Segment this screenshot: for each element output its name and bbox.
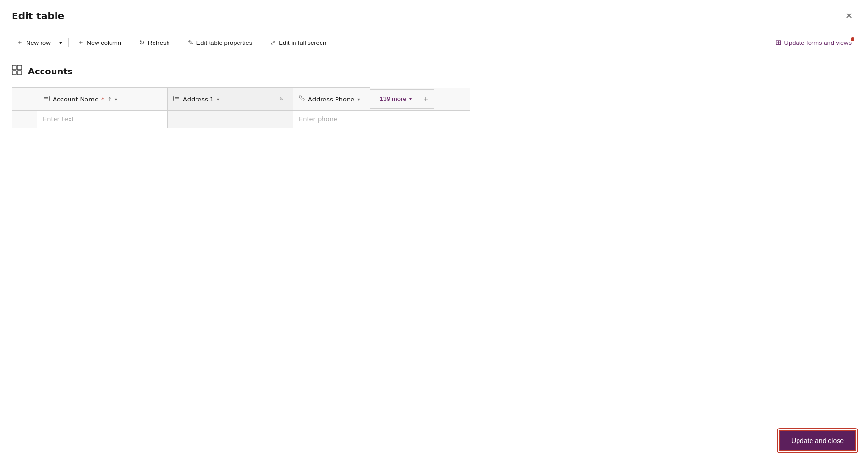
address1-col-icon	[173, 96, 180, 103]
edit-full-screen-label: Edit in full screen	[279, 39, 326, 46]
more-columns-header: +139 more ▾ +	[370, 88, 470, 111]
phone-col-icon	[299, 95, 305, 103]
account-name-col-icon	[43, 96, 50, 103]
more-cols-cell	[370, 111, 470, 128]
new-row-button[interactable]: ＋ New row	[12, 34, 56, 51]
pencil-icon: ✎	[188, 39, 194, 46]
update-forms-label: Update forms and views	[784, 39, 852, 46]
row-number-cell	[12, 111, 37, 128]
address1-cell[interactable]	[168, 111, 293, 128]
table-title: Accounts	[28, 66, 73, 76]
add-column-button[interactable]: +	[418, 89, 434, 109]
new-column-label: New column	[87, 39, 122, 46]
account-name-col-label: Account Name	[53, 96, 98, 103]
more-columns-chevron-icon: ▾	[409, 96, 412, 101]
new-row-label: New row	[26, 39, 51, 46]
modal-header: Edit table ✕	[0, 0, 868, 30]
footer: Update and close	[0, 423, 868, 458]
svg-rect-0	[12, 65, 16, 70]
edit-table-properties-button[interactable]: ✎ Edit table properties	[183, 35, 257, 50]
row-number-header	[12, 88, 37, 111]
new-column-button[interactable]: ＋ New column	[72, 34, 126, 51]
edit-table-properties-label: Edit table properties	[196, 39, 252, 46]
plus-icon-2: ＋	[77, 38, 84, 47]
table-row: Enter text Enter phone	[12, 111, 470, 128]
close-button[interactable]: ✕	[841, 9, 856, 23]
more-columns-button[interactable]: +139 more ▾	[370, 89, 418, 109]
toolbar-right: ⊞ Update forms and views	[770, 34, 856, 51]
refresh-icon: ↻	[139, 39, 145, 46]
table-grid-icon	[12, 65, 22, 78]
toolbar-divider-1	[68, 38, 69, 47]
fullscreen-icon: ⤢	[270, 39, 276, 46]
toolbar-divider-3	[179, 38, 179, 47]
address1-edit-icon[interactable]: ✎	[276, 93, 287, 105]
account-name-placeholder: Enter text	[43, 115, 74, 123]
address1-col-label: Address 1	[183, 96, 214, 103]
modal-title: Edit table	[12, 10, 64, 22]
update-and-close-button[interactable]: Update and close	[779, 430, 856, 451]
more-columns-label: +139 more	[376, 95, 406, 102]
table-forms-icon: ⊞	[775, 38, 782, 47]
svg-rect-3	[17, 71, 22, 75]
toolbar-divider-2	[130, 38, 130, 47]
address-phone-chevron-icon[interactable]: ▾	[357, 97, 360, 102]
update-forms-button[interactable]: ⊞ Update forms and views	[770, 34, 856, 51]
chevron-down-icon: ▾	[59, 40, 62, 46]
address1-chevron-icon[interactable]: ▾	[217, 97, 219, 102]
refresh-button[interactable]: ↻ Refresh	[134, 35, 175, 50]
svg-rect-2	[12, 71, 16, 75]
data-table: Account Name * ↑ ▾	[12, 87, 470, 128]
notification-dot	[851, 37, 854, 41]
account-name-header[interactable]: Account Name * ↑ ▾	[37, 88, 168, 111]
plus-icon: ＋	[16, 38, 23, 47]
sort-asc-icon[interactable]: ↑	[107, 96, 112, 102]
add-column-plus-icon: +	[424, 95, 428, 103]
content-area: Accounts	[0, 55, 868, 423]
table-title-row: Accounts	[12, 65, 856, 78]
required-indicator: *	[101, 96, 105, 103]
account-name-cell[interactable]: Enter text	[37, 111, 168, 128]
address-phone-header[interactable]: Address Phone ▾	[293, 88, 370, 111]
edit-full-screen-button[interactable]: ⤢ Edit in full screen	[265, 35, 331, 50]
toolbar: ＋ New row ▾ ＋ New column ↻ Refresh ✎ Edi…	[0, 30, 868, 55]
edit-table-modal: Edit table ✕ ＋ New row ▾ ＋ New column ↻ …	[0, 0, 868, 458]
address-phone-col-label: Address Phone	[308, 96, 354, 103]
refresh-label: Refresh	[148, 39, 170, 46]
svg-rect-1	[17, 65, 22, 70]
address1-header[interactable]: Address 1 ▾ ✎	[168, 88, 293, 111]
account-name-chevron-icon[interactable]: ▾	[115, 97, 117, 102]
address-phone-placeholder: Enter phone	[299, 115, 337, 123]
new-row-dropdown-button[interactable]: ▾	[57, 36, 64, 50]
toolbar-divider-4	[261, 38, 261, 47]
address-phone-cell[interactable]: Enter phone	[293, 111, 370, 128]
